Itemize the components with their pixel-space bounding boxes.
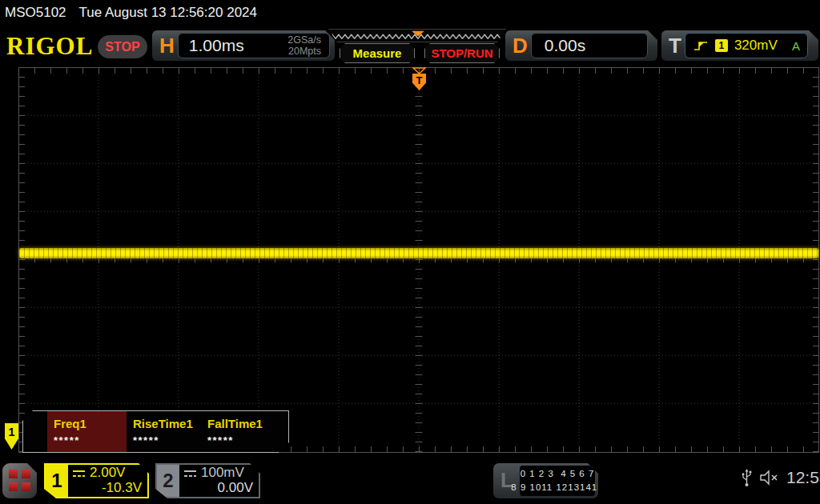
trigger-window-triangle-icon — [412, 67, 427, 74]
delay-label: D — [512, 34, 528, 58]
logic-analyzer-box[interactable]: L 0 1 2 3 4 5 6 7 8 9 1011 12131415 — [493, 463, 598, 498]
delay-value: 0.00s — [532, 36, 585, 55]
memory-depth: 20Mpts — [287, 46, 321, 57]
measure-button[interactable]: Measure — [340, 43, 415, 63]
channel1-offset: -10.3V — [72, 481, 142, 496]
measurement-value: ***** — [207, 434, 275, 446]
stop-run-button[interactable]: STOP/RUN — [424, 43, 500, 63]
status-icons: 12:55 — [742, 468, 820, 487]
measurement-label: RiseTime1 — [133, 417, 201, 430]
timebase-value: 1.00ms — [179, 36, 244, 55]
channel2-status-box[interactable]: 2 100mV 0.00V — [155, 463, 260, 498]
trigger-coupling-mode: A — [792, 39, 800, 53]
channel1-level-marker[interactable]: 1 — [5, 423, 18, 450]
trigger-slope-icon — [693, 39, 709, 52]
run-state-badge: STOP — [98, 35, 147, 58]
trigger-source-badge: 1 — [715, 39, 728, 52]
trigger-label: T — [669, 34, 681, 58]
menu-button[interactable] — [2, 463, 37, 498]
rigol-logo: RIGOL — [6, 32, 93, 61]
channel1-trace — [19, 248, 818, 258]
sound-muted-icon[interactable] — [759, 470, 779, 486]
measurement-value: ***** — [133, 434, 201, 446]
datetime-text: Tue August 13 12:56:20 2024 — [79, 5, 257, 21]
model-name: MSO5102 — [5, 5, 66, 21]
horizontal-label: H — [159, 34, 175, 58]
measurement-panel: Freq1 ***** RiseTime1 ***** FallTime1 **… — [22, 410, 289, 453]
waveform-position-indicator[interactable] — [328, 29, 506, 42]
delay-box: 0.00s — [531, 33, 648, 58]
channel2-scale: 100mV — [201, 466, 244, 481]
digital-channels-row1: 0 1 2 3 4 5 6 7 — [521, 467, 595, 481]
channel1-status-box[interactable]: 1 2.00V -10.3V — [44, 463, 149, 498]
channel1-scale: 2.00V — [90, 466, 125, 481]
trigger-level-value: 320mV — [734, 38, 778, 54]
titlebar: MSO5102 Tue August 13 12:56:20 2024 — [5, 5, 257, 21]
channel1-number-tab: 1 — [46, 465, 68, 497]
channel2-offset: 0.00V — [183, 481, 253, 496]
measurement-value: ***** — [54, 434, 127, 446]
clock-display: 12:55 — [786, 468, 820, 487]
measurement-label: Freq1 — [54, 417, 127, 430]
zigzag-waveform-icon — [329, 30, 505, 42]
dc-coupling-icon — [72, 470, 86, 478]
delay-settings[interactable]: D 0.00s — [505, 30, 657, 61]
measurement-item-freq1[interactable]: Freq1 ***** — [47, 411, 127, 452]
measurement-item-falltime1[interactable]: FallTime1 ***** — [201, 411, 275, 452]
digital-channels-list: 0 1 2 3 4 5 6 7 8 9 1011 12131415 — [520, 466, 595, 496]
horizontal-settings[interactable]: H 1.00ms 2GSa/s 20Mpts — [152, 30, 335, 61]
channel2-number-tab: 2 — [157, 465, 179, 497]
digital-channels-row2: 8 9 1011 12131415 — [511, 481, 603, 494]
oscilloscope-screen: MSO5102 Tue August 13 12:56:20 2024 RIGO… — [0, 0, 820, 504]
trigger-box: 1 320mV A — [685, 33, 808, 58]
measurement-item-risetime1[interactable]: RiseTime1 ***** — [127, 411, 201, 452]
sample-rate: 2GSa/s — [287, 34, 321, 46]
dc-coupling-icon — [183, 470, 197, 478]
graticule-grid — [18, 67, 819, 453]
corner-cut — [26, 462, 38, 474]
usb-icon — [742, 468, 752, 487]
timebase-box: 1.00ms 2GSa/s 20Mpts — [178, 33, 330, 58]
acquisition-info: 2GSa/s 20Mpts — [287, 34, 329, 58]
measurement-label: FallTime1 — [207, 417, 275, 430]
waveform-display-area — [18, 67, 819, 453]
trigger-settings[interactable]: T 1 320mV A — [661, 30, 818, 61]
